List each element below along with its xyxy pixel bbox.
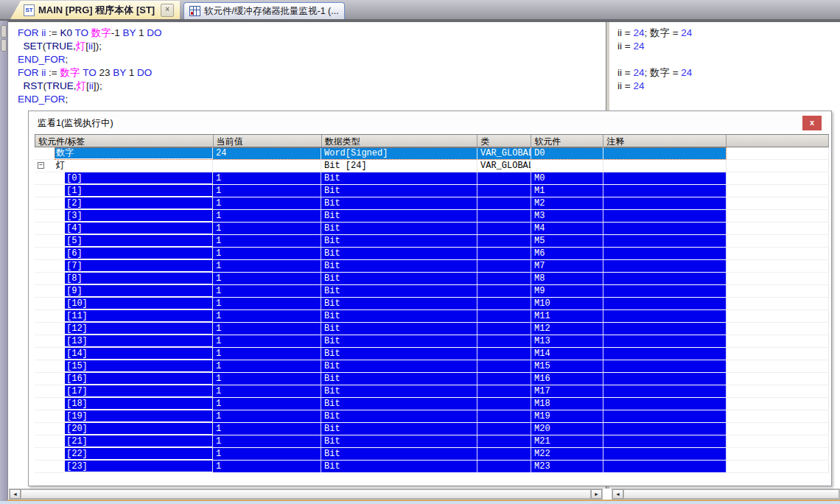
scrollbar-thumb[interactable] bbox=[623, 489, 839, 499]
watch-cell-current-value[interactable]: 1 bbox=[213, 285, 321, 298]
watch-cell-name[interactable]: [10] bbox=[35, 298, 213, 310]
watch-cell-name[interactable]: [8] bbox=[35, 273, 213, 285]
watch-cell-comment[interactable] bbox=[603, 435, 727, 448]
watch-cell-extra[interactable] bbox=[727, 461, 829, 473]
watch-cell-name[interactable]: [18] bbox=[35, 398, 213, 410]
watch-cell-device[interactable]: M16 bbox=[531, 373, 603, 385]
watch-row[interactable]: [18]1BitM18 bbox=[35, 398, 829, 410]
watch-cell-data-type[interactable]: Bit bbox=[321, 285, 477, 298]
watch-cell-name[interactable]: [12] bbox=[35, 323, 213, 335]
watch-cell-name[interactable]: [0] bbox=[35, 172, 213, 185]
watch-cell-name[interactable]: [2] bbox=[35, 197, 213, 210]
watch-titlebar[interactable]: 监看1(监视执行中) x bbox=[29, 111, 831, 133]
monitor-pane-hscrollbar[interactable]: ◄ bbox=[612, 489, 840, 500]
watch-cell-data-type[interactable]: Bit bbox=[321, 373, 477, 385]
watch-cell-class[interactable] bbox=[477, 210, 531, 223]
watch-row[interactable]: [22]1BitM22 bbox=[35, 448, 829, 461]
watch-row[interactable]: [17]1BitM17 bbox=[35, 385, 829, 398]
watch-cell-class[interactable] bbox=[477, 335, 531, 348]
watch-cell-current-value[interactable]: 1 bbox=[213, 235, 321, 248]
watch-cell-device[interactable]: M23 bbox=[531, 461, 603, 473]
watch-cell-extra[interactable] bbox=[727, 448, 829, 461]
watch-cell-device[interactable]: M19 bbox=[531, 410, 603, 423]
watch-cell-comment[interactable] bbox=[603, 248, 727, 260]
watch-cell-data-type[interactable]: Word[Signed] bbox=[321, 147, 477, 160]
tab-close-icon[interactable]: × bbox=[161, 4, 174, 17]
watch-cell-data-type[interactable]: Bit [24] bbox=[321, 160, 477, 172]
watch-cell-current-value[interactable]: 1 bbox=[213, 335, 321, 348]
watch-cell-class[interactable] bbox=[477, 172, 531, 185]
watch-cell-extra[interactable] bbox=[727, 210, 829, 223]
watch-cell-data-type[interactable]: Bit bbox=[321, 348, 477, 360]
watch-cell-name[interactable]: [7] bbox=[35, 260, 213, 273]
watch-cell-comment[interactable] bbox=[603, 423, 727, 435]
watch-cell-class[interactable] bbox=[477, 348, 531, 360]
watch-cell-device[interactable]: M22 bbox=[531, 448, 603, 461]
watch-cell-name[interactable]: [4] bbox=[35, 223, 213, 235]
watch-cell-device[interactable]: M13 bbox=[531, 335, 603, 348]
watch-row[interactable]: [0]1BitM0 bbox=[35, 172, 829, 185]
watch-row[interactable]: [21]1BitM21 bbox=[35, 435, 829, 448]
watch-cell-device[interactable]: M2 bbox=[531, 197, 603, 210]
watch-cell-data-type[interactable]: Bit bbox=[321, 235, 477, 248]
watch-cell-current-value[interactable]: 1 bbox=[213, 385, 321, 398]
watch-cell-extra[interactable] bbox=[727, 323, 829, 335]
watch-cell-data-type[interactable]: Bit bbox=[321, 185, 477, 197]
watch-cell-extra[interactable] bbox=[727, 235, 829, 248]
watch-cell-data-type[interactable]: Bit bbox=[321, 335, 477, 348]
watch-cell-comment[interactable] bbox=[603, 285, 727, 298]
watch-cell-current-value[interactable]: 1 bbox=[213, 410, 321, 423]
watch-cell-current-value[interactable]: 1 bbox=[213, 248, 321, 260]
watch-cell-current-value[interactable]: 1 bbox=[213, 273, 321, 285]
watch-cell-device[interactable]: M1 bbox=[531, 185, 603, 197]
watch-cell-class[interactable] bbox=[477, 248, 531, 260]
watch-cell-data-type[interactable]: Bit bbox=[321, 310, 477, 323]
watch-cell-comment[interactable] bbox=[603, 310, 727, 323]
watch-cell-device[interactable]: M20 bbox=[531, 423, 603, 435]
watch-cell-name[interactable]: [14] bbox=[35, 348, 213, 360]
watch-cell-device[interactable]: M7 bbox=[531, 260, 603, 273]
watch-cell-data-type[interactable]: Bit bbox=[321, 435, 477, 448]
watch-cell-name[interactable]: [11] bbox=[35, 310, 213, 323]
watch-cell-data-type[interactable]: Bit bbox=[321, 248, 477, 260]
watch-row[interactable]: [19]1BitM19 bbox=[35, 410, 829, 423]
watch-row[interactable]: [4]1BitM4 bbox=[35, 223, 829, 235]
watch-col-header[interactable]: 数据类型 bbox=[322, 135, 478, 147]
watch-cell-extra[interactable] bbox=[727, 185, 829, 197]
watch-cell-extra[interactable] bbox=[727, 373, 829, 385]
watch-cell-device[interactable]: M15 bbox=[531, 360, 603, 373]
watch-cell-name[interactable]: [13] bbox=[35, 335, 213, 348]
watch-cell-class[interactable] bbox=[477, 273, 531, 285]
watch-cell-extra[interactable] bbox=[727, 398, 829, 410]
watch-cell-extra[interactable] bbox=[727, 260, 829, 273]
watch-cell-device[interactable] bbox=[531, 160, 603, 172]
watch-cell-class[interactable] bbox=[477, 285, 531, 298]
watch-row[interactable]: −灯Bit [24]VAR_GLOBAL bbox=[35, 160, 829, 172]
watch-cell-data-type[interactable]: Bit bbox=[321, 323, 477, 335]
watch-row[interactable]: [7]1BitM7 bbox=[35, 260, 829, 273]
watch-cell-data-type[interactable]: Bit bbox=[321, 448, 477, 461]
watch-cell-comment[interactable] bbox=[603, 172, 727, 185]
watch-cell-data-type[interactable]: Bit bbox=[321, 298, 477, 310]
watch-cell-class[interactable] bbox=[477, 260, 531, 273]
watch-cell-class[interactable] bbox=[477, 310, 531, 323]
watch-cell-class[interactable] bbox=[477, 235, 531, 248]
watch-cell-data-type[interactable]: Bit bbox=[321, 410, 477, 423]
watch-col-header[interactable]: 软元件/标签 bbox=[35, 135, 214, 147]
watch-cell-device[interactable]: M12 bbox=[531, 323, 603, 335]
watch-cell-class[interactable] bbox=[477, 385, 531, 398]
watch-cell-comment[interactable] bbox=[603, 235, 727, 248]
watch-cell-extra[interactable] bbox=[727, 360, 829, 373]
watch-col-header[interactable]: 软元件 bbox=[531, 135, 603, 147]
watch-row[interactable]: [8]1BitM8 bbox=[35, 273, 829, 285]
dock-handle[interactable] bbox=[1, 25, 7, 38]
watch-cell-name[interactable]: [19] bbox=[35, 410, 213, 423]
watch-cell-name[interactable]: [1] bbox=[35, 185, 213, 197]
watch-cell-extra[interactable] bbox=[727, 423, 829, 435]
watch-col-header[interactable]: 注释 bbox=[603, 135, 727, 147]
watch-cell-extra[interactable] bbox=[727, 385, 829, 398]
watch-cell-class[interactable] bbox=[477, 373, 531, 385]
watch-cell-extra[interactable] bbox=[727, 197, 829, 210]
watch-cell-name[interactable]: [15] bbox=[35, 360, 213, 373]
watch-cell-name[interactable]: [5] bbox=[35, 235, 213, 248]
